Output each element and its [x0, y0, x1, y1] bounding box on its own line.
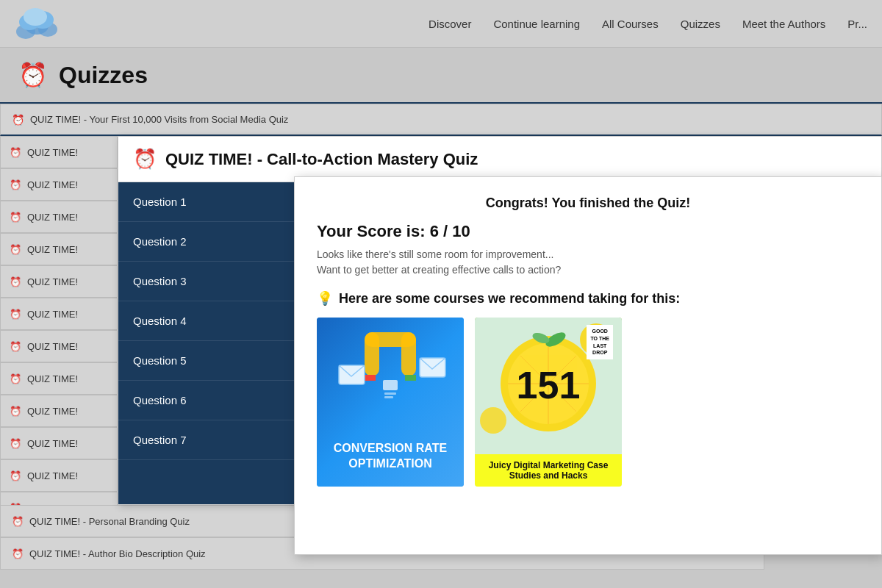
- list-item-label: QUIZ TIME!: [27, 147, 78, 158]
- svg-point-24: [480, 407, 506, 434]
- modal-alarm-icon: ⏰: [133, 148, 157, 171]
- content-row: ⏰ QUIZ TIME! ⏰ QUIZ TIME! ⏰ QUIZ TIME! ⏰…: [0, 136, 882, 570]
- list-item[interactable]: ⏰ QUIZ TIME!: [0, 265, 118, 298]
- alarm-icon: ⏰: [18, 61, 48, 89]
- nav-all-courses[interactable]: All Courses: [602, 18, 659, 30]
- top-quiz-item[interactable]: ⏰ QUIZ TIME! - Your First 10,000 Visits …: [0, 104, 882, 136]
- recommend-icon: 💡: [317, 290, 333, 306]
- question-7[interactable]: Question 7: [118, 420, 295, 460]
- list-item[interactable]: ⏰ QUIZ TIME!: [0, 298, 118, 330]
- score-overlay: Congrats! You finished the Quiz! Your Sc…: [294, 176, 882, 555]
- item-label: QUIZ TIME! - Author Bio Description Quiz: [29, 548, 206, 559]
- alarm-icon: ⏰: [10, 470, 21, 481]
- list-item-label: QUIZ TIME!: [27, 406, 78, 417]
- alarm-icon: ⏰: [10, 373, 21, 384]
- list-item[interactable]: ⏰ QUIZ TIME!: [0, 330, 118, 362]
- alarm-icon: ⏰: [10, 179, 21, 190]
- alarm-icon: ⏰: [10, 438, 21, 449]
- score-subtitle-1: Looks like there's still some room for i…: [317, 248, 859, 260]
- alarm-icon: ⏰: [10, 212, 21, 223]
- list-item-label: QUIZ TIME!: [27, 438, 78, 449]
- top-quiz-label: QUIZ TIME! - Your First 10,000 Visits fr…: [30, 114, 288, 125]
- page-header: ⏰ Quizzes: [0, 48, 882, 104]
- list-item[interactable]: ⏰ QUIZ TIME!: [0, 168, 118, 201]
- label-line2: TO THE: [590, 335, 609, 343]
- alarm-icon: ⏰: [10, 244, 21, 255]
- nav-continue-learning[interactable]: Continue learning: [493, 18, 580, 30]
- alarm-icon: ⏰: [12, 516, 24, 527]
- list-item-label: QUIZ TIME!: [27, 470, 78, 481]
- course-card-juicy[interactable]: GOOD TO THE LAST DROP 151 Juicy Digital …: [475, 318, 622, 487]
- questions-sidebar: Question 1 Question 2 Question 3 Questio…: [118, 182, 295, 505]
- modal-header: ⏰ QUIZ TIME! - Call-to-Action Mastery Qu…: [118, 137, 881, 182]
- alarm-icon: ⏰: [10, 147, 21, 158]
- nav-more[interactable]: Pr...: [847, 18, 867, 30]
- nav-discover[interactable]: Discover: [429, 18, 471, 30]
- recommend-heading: 💡 Here are some courses we recommend tak…: [317, 290, 859, 306]
- juicy-number: 151: [517, 363, 581, 407]
- score-text: Your Score is: 6 / 10: [317, 222, 859, 241]
- svg-rect-15: [384, 396, 393, 398]
- list-item[interactable]: ⏰ QUIZ TIME!: [0, 136, 118, 168]
- label-line1: GOOD: [590, 328, 609, 335]
- question-1[interactable]: Question 1: [118, 182, 295, 222]
- alarm-icon: ⏰: [10, 341, 21, 352]
- score-subtitle-2: Want to get better at creating effective…: [317, 264, 859, 276]
- juicy-bottom-bar: Juicy Digital Marketing Case Studies and…: [475, 454, 622, 487]
- top-navigation: Discover Continue learning All Courses Q…: [0, 0, 882, 48]
- list-item-label: QUIZ TIME!: [27, 212, 78, 223]
- juicy-good-label: GOOD TO THE LAST DROP: [587, 325, 613, 359]
- svg-rect-14: [384, 392, 396, 395]
- quiz-sidebar: ⏰ QUIZ TIME! ⏰ QUIZ TIME! ⏰ QUIZ TIME! ⏰…: [0, 136, 118, 570]
- question-5[interactable]: Question 5: [118, 341, 295, 381]
- page-title: Quizzes: [59, 62, 148, 89]
- list-item[interactable]: ⏰ QUIZ TIME!: [0, 362, 118, 395]
- list-item[interactable]: ⏰ QUIZ TIME!: [0, 395, 118, 427]
- list-item-label: QUIZ TIME!: [27, 179, 78, 190]
- main-content: ⏰ QUIZ TIME! - Your First 10,000 Visits …: [0, 104, 882, 567]
- juicy-bottom-text: Juicy Digital Marketing Case Studies and…: [482, 460, 614, 481]
- question-6[interactable]: Question 6: [118, 381, 295, 420]
- svg-rect-9: [365, 375, 376, 381]
- list-item[interactable]: ⏰ QUIZ TIME!: [0, 233, 118, 265]
- list-item-label: QUIZ TIME!: [27, 309, 78, 320]
- juicy-card-content: GOOD TO THE LAST DROP 151 Juicy Digital …: [475, 318, 622, 487]
- modal-title: QUIZ TIME! - Call-to-Action Mastery Quiz: [165, 150, 478, 169]
- alarm-icon-small: ⏰: [12, 114, 24, 126]
- recommend-text: Here are some courses we recommend takin…: [339, 291, 680, 306]
- list-item-label: QUIZ TIME!: [27, 244, 78, 255]
- list-item[interactable]: ⏰ QUIZ TIME!: [0, 427, 118, 459]
- svg-point-5: [24, 8, 47, 26]
- label-line3: LAST: [590, 343, 609, 350]
- alarm-icon: ⏰: [10, 406, 21, 417]
- logo[interactable]: [15, 4, 59, 44]
- list-item[interactable]: ⏰ QUIZ TIME!: [0, 459, 118, 492]
- nav-links: Discover Continue learning All Courses Q…: [429, 18, 867, 30]
- question-2[interactable]: Question 2: [118, 222, 295, 262]
- svg-rect-13: [383, 380, 398, 390]
- svg-rect-10: [405, 375, 416, 381]
- course-cards: CONVERSION RATE OPTIMIZATION: [317, 318, 859, 487]
- list-item[interactable]: ⏰ QUIZ TIME!: [0, 201, 118, 233]
- alarm-icon: ⏰: [12, 548, 24, 559]
- nav-meet-authors[interactable]: Meet the Authors: [742, 18, 825, 30]
- label-line4: DROP: [590, 349, 609, 356]
- svg-rect-8: [365, 332, 416, 347]
- alarm-icon: ⏰: [10, 276, 21, 287]
- list-item-label: QUIZ TIME!: [27, 276, 78, 287]
- cro-card-content: CONVERSION RATE OPTIMIZATION: [317, 318, 464, 487]
- alarm-icon: ⏰: [10, 309, 21, 320]
- list-item-label: QUIZ TIME!: [27, 341, 78, 352]
- congrats-text: Congrats! You finished the Quiz!: [317, 196, 859, 211]
- list-item-label: QUIZ TIME!: [27, 373, 78, 384]
- question-3[interactable]: Question 3: [118, 262, 295, 301]
- course-card-cro[interactable]: CONVERSION RATE OPTIMIZATION: [317, 318, 464, 487]
- item-label: QUIZ TIME! - Personal Branding Quiz: [29, 516, 190, 527]
- question-4[interactable]: Question 4: [118, 301, 295, 341]
- nav-quizzes[interactable]: Quizzes: [681, 18, 720, 30]
- cro-title: CONVERSION RATE OPTIMIZATION: [328, 441, 453, 476]
